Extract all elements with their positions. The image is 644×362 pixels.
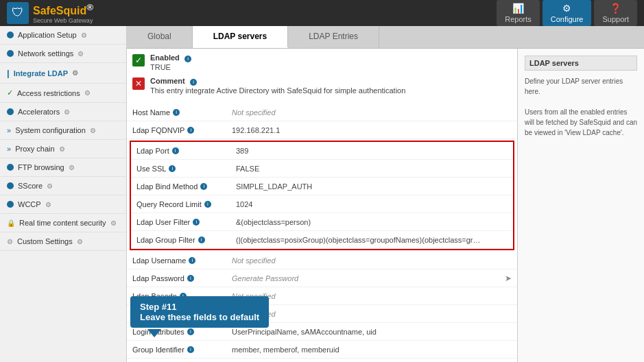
top-rows: ✓ Enabled i TRUE ✕ Comment i: [127, 49, 517, 104]
tab-bar: Global LDAP servers LDAP Entries: [127, 26, 644, 49]
use-ssl-label: Use SSL: [136, 165, 166, 173]
logo-subtitle: Secure Web Gateway: [33, 17, 93, 24]
sidebar-item-app-setup[interactable]: Application Setup ⚙: [0, 26, 126, 45]
sidebar-item-wccp[interactable]: WCCP ⚙: [0, 195, 126, 214]
ldap-username-label: Ldap Username: [132, 256, 186, 265]
gear-icon: ⚙: [45, 201, 51, 208]
logo-text: SafeSquid®: [33, 2, 93, 17]
sidebar-dot-icon: [7, 182, 14, 189]
field-host-name: Host Name i Not specified: [127, 104, 517, 121]
callout-arrow: [147, 329, 161, 337]
query-record-label: Query Record Limit: [136, 200, 202, 208]
ldap-domain-value: Not specified: [232, 310, 512, 318]
ldap-password-value: Generate Password: [232, 274, 505, 282]
ldap-port-label: Ldap Port: [136, 147, 169, 155]
sidebar-dot-icon: [7, 164, 14, 171]
login-attrs-value: UserPrincipalName, sAMAccountname, uid: [232, 328, 512, 336]
sidebar-item-realtime[interactable]: 🔒 Real time content security ⚙: [0, 214, 126, 232]
comment-label: Comment: [150, 77, 185, 85]
bind-method-value: SIMPLE_LDAP_AUTH: [236, 182, 508, 191]
sidebar-item-accelerators[interactable]: Accelerators ⚙: [0, 103, 126, 121]
callout-line1: Step #11: [140, 302, 259, 312]
enabled-row: ✓ Enabled i TRUE: [132, 53, 512, 72]
group-filter-label: Ldap Group Filter: [136, 236, 195, 244]
info-dot-icon: i: [189, 257, 195, 264]
sidebar-item-proxy-chain[interactable]: » Proxy chain ⚙: [0, 140, 126, 158]
comment-x-icon: ✕: [132, 77, 145, 90]
comment-row: ✕ Comment i This entry integrate Active …: [132, 76, 512, 95]
configure-icon: ⚙: [562, 3, 571, 14]
ldap-fqdn-value: 192.168.221.1: [232, 126, 512, 134]
check-icon: ✓: [7, 88, 13, 97]
gear-icon: ⚙: [84, 89, 91, 97]
tab-ldap-entries[interactable]: LDAP Entries: [288, 26, 379, 48]
gear-icon: ⚙: [47, 182, 53, 190]
content-area: Global LDAP servers LDAP Entries ✓ Enabl…: [127, 26, 644, 362]
host-name-label: Host Name: [132, 108, 170, 117]
info-dot-icon: i: [184, 56, 191, 62]
reports-button[interactable]: 📊 Reports: [497, 0, 540, 26]
sidebar-item-custom-settings[interactable]: ⚙ Custom Settings ⚙: [0, 232, 126, 251]
sidebar-item-sscore[interactable]: SScore ⚙: [0, 177, 126, 195]
field-ldap-username: Ldap Username i Not specified: [127, 252, 517, 269]
tab-global[interactable]: Global: [127, 26, 193, 48]
callout-box: Step #11 Leave these fields to default: [130, 296, 269, 328]
field-use-ssl: Use SSL i FALSE: [131, 160, 513, 178]
logo-area: 🛡 SafeSquid® Secure Web Gateway: [7, 2, 93, 24]
sidebar-dot-icon: [7, 108, 14, 115]
logo-icon: 🛡: [7, 2, 29, 24]
info-dot-icon: i: [187, 328, 194, 335]
ldap-port-value: 389: [236, 147, 508, 155]
info-dot-icon: i: [193, 219, 200, 226]
sidebar-dot-icon: [7, 50, 14, 57]
field-ldap-password: Ldap Password i Generate Password ➤: [127, 269, 517, 287]
arrow-icon: »: [7, 126, 11, 134]
form-area: ✓ Enabled i TRUE ✕ Comment i: [127, 49, 517, 362]
ldap-basedn-value: Not specified: [232, 292, 512, 300]
field-group-filter: Ldap Group Filter i (|(objectclass=posix…: [131, 231, 513, 249]
user-filter-label: Ldap User Filter: [136, 218, 190, 226]
sidebar-item-system-config[interactable]: » System configuration ⚙: [0, 121, 126, 140]
reports-icon: 📊: [512, 3, 524, 14]
group-filter-value: (|(objectclass=posixGroup)(objectclass=g…: [236, 236, 483, 244]
comment-value: This entry integrate Active Directory wi…: [150, 86, 405, 95]
enabled-label: Enabled: [150, 53, 180, 62]
right-panel-text: Define your LDAP server entries here. Us…: [525, 76, 637, 138]
header: 🛡 SafeSquid® Secure Web Gateway 📊 Report…: [0, 0, 644, 26]
bind-method-label: Ldap Bind Method: [136, 182, 198, 191]
support-icon: ❓: [610, 3, 621, 14]
sidebar-item-ftp-browsing[interactable]: FTP browsing ⚙: [0, 158, 126, 177]
info-dot-icon: i: [198, 237, 205, 243]
callout-line2: Leave these fields to default: [140, 312, 259, 322]
info-dot-icon: i: [204, 201, 211, 208]
custom-icon: ⚙: [7, 238, 13, 245]
ldap-password-label: Ldap Password: [132, 274, 184, 282]
sidebar-item-network-settings[interactable]: Network settings ⚙: [0, 45, 126, 63]
main-content: ✓ Enabled i TRUE ✕ Comment i: [127, 49, 644, 362]
user-filter-value: &(objectclass=person): [236, 218, 508, 226]
sidebar-item-integrate-ldap[interactable]: | Integrate LDAP ⚙: [0, 63, 126, 84]
gear-icon: ⚙: [59, 145, 65, 153]
use-ssl-value: FALSE: [236, 165, 508, 173]
field-ldap-port: Ldap Port i 389: [131, 142, 513, 160]
support-button[interactable]: ❓ Support: [594, 0, 637, 26]
arrow-icon: »: [7, 145, 11, 153]
tab-ldap-servers[interactable]: LDAP servers: [193, 26, 289, 48]
group-id-value: member, memberof, memberuid: [232, 346, 512, 354]
host-name-value: Not specified: [232, 108, 512, 117]
ldap-username-value: Not specified: [232, 256, 512, 265]
field-query-record: Query Record Limit i 1024: [131, 195, 513, 213]
right-panel: LDAP servers Define your LDAP server ent…: [517, 49, 644, 362]
info-dot-icon: i: [200, 183, 207, 190]
query-record-value: 1024: [236, 200, 508, 208]
sidebar-dot-icon: [7, 32, 14, 38]
gear-icon: ⚙: [69, 164, 75, 171]
info-dot-icon: i: [173, 109, 180, 116]
info-dot-icon: i: [169, 165, 176, 172]
sidebar-item-access-restrictions[interactable]: ✓ Access restrictions ⚙: [0, 84, 126, 103]
configure-button[interactable]: ⚙ Configure: [542, 0, 592, 26]
gear-icon: ⚙: [64, 108, 70, 116]
gear-icon: ⚙: [81, 32, 87, 39]
gear-icon: ⚙: [77, 50, 84, 58]
main-layout: Application Setup ⚙ Network settings ⚙ |…: [0, 26, 644, 362]
